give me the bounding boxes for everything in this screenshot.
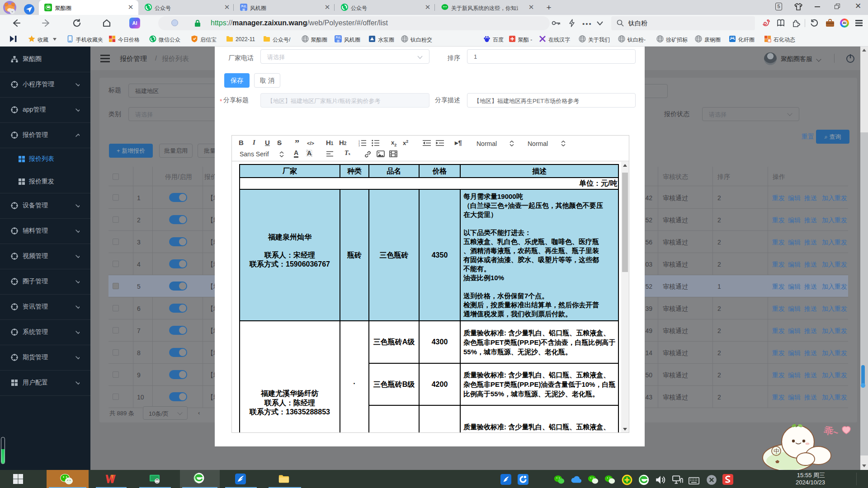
svg-text:3: 3 <box>359 144 360 146</box>
svg-text:多媒: 多媒 <box>730 36 735 39</box>
